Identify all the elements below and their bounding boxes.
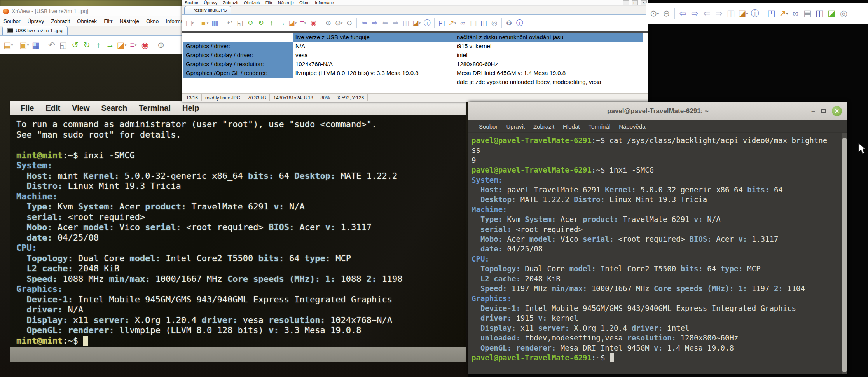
zoom-out-icon[interactable]: ⊖: [660, 7, 672, 20]
zoom-1to1-icon[interactable]: ⊙: [648, 7, 660, 20]
menu-item-terminal[interactable]: Terminal: [133, 104, 176, 113]
menu-item-soubor[interactable]: Soubor: [0, 18, 24, 24]
menu-item-okno[interactable]: Okno: [297, 0, 312, 5]
last-page-icon[interactable]: ⇒: [390, 17, 401, 28]
minimize-icon[interactable]: –: [623, 0, 629, 5]
menu-item-help[interactable]: Help: [176, 104, 205, 113]
rotate-left-icon[interactable]: ↺: [69, 39, 81, 51]
file-info-icon[interactable]: ⓘ: [422, 17, 432, 28]
print-icon[interactable]: ▤: [468, 17, 479, 28]
compare-icon[interactable]: ◫: [814, 7, 826, 20]
menu-item-zobrazit[interactable]: Zobrazit: [529, 123, 559, 130]
browse-icon[interactable]: ▤: [184, 17, 195, 28]
adjust-colors-icon[interactable]: ≡: [298, 17, 308, 28]
capture-icon[interactable]: ◎: [489, 17, 499, 28]
crop-icon[interactable]: ◱: [235, 17, 245, 28]
compare-icon[interactable]: ◫: [479, 17, 489, 28]
convert-image-icon[interactable]: ◪: [826, 7, 838, 20]
menu-item-pravy[interactable]: Úpravy: [201, 0, 220, 5]
menu-item-n-stroje[interactable]: Nástroje: [116, 18, 143, 24]
menu-item-filtr[interactable]: Filtr: [263, 0, 275, 5]
browse-icon[interactable]: ▤: [2, 39, 14, 51]
last-page-icon[interactable]: ⇒: [713, 7, 725, 20]
first-page-icon[interactable]: ⇐: [380, 17, 390, 28]
menu-item-termin-l[interactable]: Terminál: [584, 123, 615, 130]
rotate-up-icon[interactable]: ↑: [266, 17, 277, 28]
crop-icon[interactable]: ◱: [58, 39, 69, 51]
convert-icon[interactable]: →: [277, 17, 287, 28]
menu-item-soubor[interactable]: Soubor: [182, 0, 201, 5]
zoom-in-icon[interactable]: ⊕: [323, 17, 334, 28]
menu-item-n-stroje[interactable]: Nástroje: [275, 0, 297, 5]
pages-icon[interactable]: ◫: [725, 7, 737, 20]
close-icon[interactable]: ✕: [832, 106, 842, 116]
status-segment: 1480x181x24, 8.18: [270, 94, 317, 101]
rotate-left-icon[interactable]: ↺: [245, 17, 256, 28]
save-icon[interactable]: ▦: [210, 17, 220, 28]
capture-icon[interactable]: ◎: [838, 7, 850, 20]
prev-image-icon[interactable]: ⇦: [677, 7, 689, 20]
rotate-right-icon[interactable]: ↻: [256, 17, 266, 28]
rotate-up-icon[interactable]: ↑: [93, 39, 104, 51]
restore-icon[interactable]: □: [632, 0, 638, 5]
prev-image-icon[interactable]: ⇦: [359, 17, 369, 28]
export-icon[interactable]: ↗: [777, 7, 789, 20]
print-icon[interactable]: ▤: [802, 7, 814, 20]
rotate-right-icon[interactable]: ↻: [81, 39, 93, 51]
menu-item-pravy[interactable]: Úpravy: [24, 18, 48, 24]
next-image-icon[interactable]: ⇨: [689, 7, 701, 20]
convert-icon[interactable]: →: [104, 39, 116, 51]
menu-item-informace[interactable]: Informace: [312, 0, 337, 5]
red-eye-icon[interactable]: ◉: [139, 39, 151, 51]
fullscreen-icon[interactable]: ◰: [437, 17, 447, 28]
menu-item-okno[interactable]: Okno: [143, 18, 162, 24]
red-eye-icon[interactable]: ◉: [308, 17, 319, 28]
tab-usb-live-rezim[interactable]: USB live režim 1 .jpg: [2, 26, 68, 35]
minimize-icon[interactable]: –: [811, 109, 815, 113]
slideshow-icon[interactable]: ◪: [411, 17, 422, 28]
settings-icon[interactable]: ⚙: [504, 17, 514, 28]
menu-item-zobrazit[interactable]: Zobrazit: [47, 18, 73, 24]
menu-item-edit[interactable]: Edit: [40, 104, 66, 113]
scrollbar-thumb[interactable]: [842, 138, 847, 372]
open-icon[interactable]: ▣: [18, 39, 30, 51]
zoom-in-icon[interactable]: ⊕: [155, 39, 167, 51]
undo-icon[interactable]: ↶: [46, 39, 58, 51]
menu-item-hledat[interactable]: Hledat: [559, 123, 584, 130]
menu-item-zobrazit[interactable]: Zobrazit: [220, 0, 241, 5]
terminal-scrollbar[interactable]: [842, 133, 847, 374]
menu-item-obr-zek[interactable]: Obrázek: [73, 18, 100, 24]
tab-rozdily-linux[interactable]: − rozdíly linux.JPG: [184, 6, 231, 14]
file-info-icon[interactable]: ⓘ: [749, 7, 761, 20]
fullscreen-icon[interactable]: ◰: [765, 7, 777, 20]
menu-item-filtr[interactable]: Filtr: [100, 18, 116, 24]
toolbar-separator: [763, 8, 763, 19]
save-icon[interactable]: ▦: [30, 39, 42, 51]
menu-item-upravit[interactable]: Upravit: [502, 123, 529, 130]
restore-icon[interactable]: [821, 109, 826, 113]
tab-label: rozdíly linux.JPG: [194, 8, 227, 12]
pages-icon[interactable]: ◫: [401, 17, 411, 28]
enhance-icon[interactable]: ◪: [116, 39, 127, 51]
about-icon[interactable]: ⓘ: [514, 17, 525, 28]
menu-item-search[interactable]: Search: [95, 104, 133, 113]
open-icon[interactable]: ▣: [199, 17, 210, 28]
menu-item-n-pov-da[interactable]: Nápověda: [615, 123, 650, 130]
enhance-icon[interactable]: ◪: [287, 17, 298, 28]
menu-item-view[interactable]: View: [66, 104, 95, 113]
adjust-colors-icon[interactable]: ≡: [127, 39, 139, 51]
menu-item-soubor[interactable]: Soubor: [475, 123, 502, 130]
first-page-icon[interactable]: ⇐: [701, 7, 713, 20]
menu-item-obr-zek[interactable]: Obrázek: [241, 0, 263, 5]
undo-icon[interactable]: ↶: [224, 17, 235, 28]
find-icon[interactable]: ∞: [789, 7, 802, 20]
menu-item-file[interactable]: File: [15, 104, 40, 113]
zoom-out-icon[interactable]: ⊖: [344, 17, 355, 28]
zoom-1to1-icon[interactable]: ⊙: [334, 17, 344, 28]
export-icon[interactable]: ↗: [447, 17, 458, 28]
slideshow-icon[interactable]: ◪: [737, 7, 749, 20]
find-icon[interactable]: ∞: [458, 17, 468, 28]
terminal-titlebar[interactable]: pavel@pavel-TravelMate-6291: ~ – ✕: [468, 102, 847, 120]
terminal-line: L2 cache: 2048 KiB: [16, 264, 466, 274]
next-image-icon[interactable]: ⇨: [369, 17, 380, 28]
